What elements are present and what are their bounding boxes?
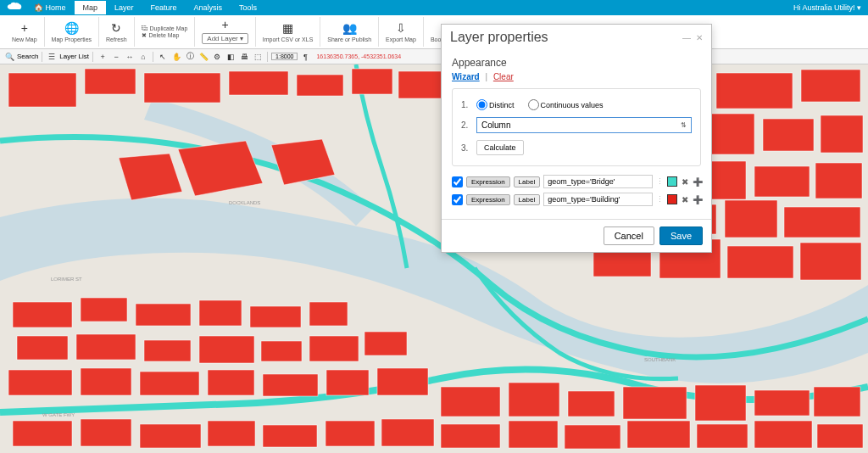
svg-rect-14 (13, 302, 72, 327)
svg-rect-56 (725, 200, 777, 238)
hand-icon[interactable]: ✋ (170, 51, 182, 63)
zoom-in-icon[interactable]: + (97, 51, 108, 63)
svg-rect-33 (377, 368, 428, 395)
tab-feature[interactable]: Feature (142, 1, 186, 14)
map-canvas[interactable]: LORIMER ST W GATE FWY DOCKLANDS SOUTHBAN… (0, 64, 868, 453)
svg-rect-34 (441, 387, 500, 417)
expression-chip[interactable]: Expression (466, 176, 510, 187)
tab-layer[interactable]: Layer (106, 1, 142, 14)
add-rule-icon[interactable]: ➕ (693, 195, 701, 204)
import-csv-button[interactable]: ▦ Import CSV or XLS (256, 17, 321, 47)
tool-icon[interactable]: ⚙ (211, 51, 223, 63)
rule-enable-checkbox[interactable] (452, 176, 463, 187)
svg-rect-70 (326, 421, 375, 446)
svg-rect-75 (627, 421, 690, 448)
export-map-button[interactable]: ⇩ Export Map (379, 17, 424, 47)
svg-text:LORIMER ST: LORIMER ST (51, 277, 82, 282)
layer-list-icon[interactable]: ☰ (46, 51, 58, 63)
search-label: Search (17, 53, 38, 60)
svg-rect-22 (144, 340, 191, 361)
map-properties-button[interactable]: 🌐 Map Properties (45, 17, 99, 47)
plus-icon: + (21, 21, 28, 35)
tool2-icon[interactable]: ◧ (225, 51, 236, 63)
color-swatch[interactable] (667, 176, 677, 187)
expression-input[interactable] (543, 175, 653, 188)
extent-icon[interactable]: ⌂ (137, 51, 149, 63)
new-map-button[interactable]: + New Map (5, 17, 45, 47)
svg-text:W GATE FWY: W GATE FWY (42, 412, 75, 417)
remove-rule-icon[interactable]: ✖ (681, 195, 689, 204)
add-layer-group: + Add Layer ▾ (195, 17, 255, 47)
continuous-radio[interactable]: Continuous values (528, 99, 604, 110)
dialog-close-icon[interactable]: ✕ (696, 33, 703, 42)
svg-rect-13 (801, 70, 860, 102)
distinct-radio[interactable]: Distinct (476, 99, 515, 110)
wizard-panel: 1. Distinct Continuous values 2. Column … (452, 88, 701, 166)
svg-rect-5 (297, 75, 343, 96)
main-tabs: 🏠 Home Map Layer Feature Analysis Tools (25, 1, 265, 14)
svg-rect-73 (509, 421, 558, 448)
svg-rect-1 (8, 73, 76, 107)
label-chip[interactable]: Label (514, 194, 541, 205)
svg-rect-12 (716, 73, 793, 109)
svg-text:SOUTHBANK: SOUTHBANK (644, 357, 676, 362)
tool3-icon[interactable]: ⬚ (252, 51, 264, 63)
refresh-button[interactable]: ↻ Refresh (99, 17, 135, 47)
svg-rect-74 (565, 425, 620, 449)
zoom-out-icon[interactable]: − (110, 51, 122, 63)
search-icon[interactable]: 🔍 (3, 51, 15, 63)
calculate-button[interactable]: Calculate (476, 140, 524, 155)
svg-rect-40 (814, 387, 860, 417)
svg-rect-61 (800, 243, 861, 280)
remove-rule-icon[interactable]: ✖ (681, 177, 689, 187)
save-button[interactable]: Save (659, 226, 703, 245)
svg-rect-71 (381, 419, 434, 446)
add-layer-button[interactable]: Add Layer ▾ (202, 33, 248, 44)
column-select[interactable]: Column (476, 117, 692, 133)
share-publish-button[interactable]: 👥 Share or Publish (320, 17, 379, 47)
user-greeting[interactable]: Hi Australia Utility! ▾ (793, 3, 861, 12)
delete-map-button[interactable]: ✖Delete Map (142, 32, 188, 39)
rule-enable-checkbox[interactable] (452, 194, 463, 205)
wizard-tab[interactable]: Wizard (452, 72, 480, 81)
app-logo-icon (7, 2, 22, 14)
measure-icon[interactable]: 📏 (198, 51, 209, 63)
label-chip[interactable]: Label (514, 176, 541, 187)
tab-analysis[interactable]: Analysis (186, 1, 231, 14)
svg-rect-28 (81, 368, 131, 395)
duplicate-map-button[interactable]: ⿻Duplicate Map (142, 25, 188, 31)
svg-rect-26 (364, 332, 407, 355)
export-icon: ⇩ (396, 21, 406, 35)
expression-chip[interactable]: Expression (466, 194, 510, 205)
svg-rect-27 (8, 370, 72, 395)
info-icon[interactable]: ⓘ (184, 51, 196, 63)
svg-rect-21 (76, 334, 136, 360)
pan-icon[interactable]: ↔ (124, 51, 136, 63)
color-swatch[interactable] (667, 194, 677, 204)
expression-input[interactable] (543, 193, 653, 206)
svg-rect-77 (754, 421, 812, 448)
scale-display[interactable]: 1:8000 (271, 53, 298, 60)
svg-rect-66 (81, 419, 131, 446)
svg-rect-69 (263, 425, 317, 447)
cancel-button[interactable]: Cancel (604, 226, 654, 245)
svg-rect-23 (199, 336, 254, 363)
print-icon[interactable]: 🖶 (238, 51, 250, 63)
svg-rect-76 (697, 424, 748, 448)
svg-rect-60 (727, 246, 793, 278)
svg-rect-25 (309, 336, 359, 361)
ribbon-toolbar: + New Map 🌐 Map Properties ↻ Refresh ⿻Du… (0, 15, 868, 49)
cursor-icon[interactable]: ↖ (157, 51, 169, 63)
map-toolbar: 🔍 Search ☰ Layer List + − ↔ ⌂ ↖ ✋ ⓘ 📏 ⚙ … (0, 49, 868, 64)
tab-tools[interactable]: Tools (231, 1, 265, 14)
coord-icon[interactable]: ¶ (299, 51, 311, 63)
add-rule-icon[interactable]: ➕ (693, 177, 701, 187)
clear-tab[interactable]: Clear (493, 72, 514, 81)
dialog-minimize-icon[interactable]: — (682, 33, 691, 42)
tab-home[interactable]: 🏠 Home (25, 1, 75, 14)
svg-rect-15 (81, 298, 127, 322)
globe-icon: 🌐 (64, 21, 79, 35)
svg-rect-57 (784, 207, 860, 238)
tab-map[interactable]: Map (75, 1, 107, 14)
svg-rect-30 (208, 370, 254, 395)
